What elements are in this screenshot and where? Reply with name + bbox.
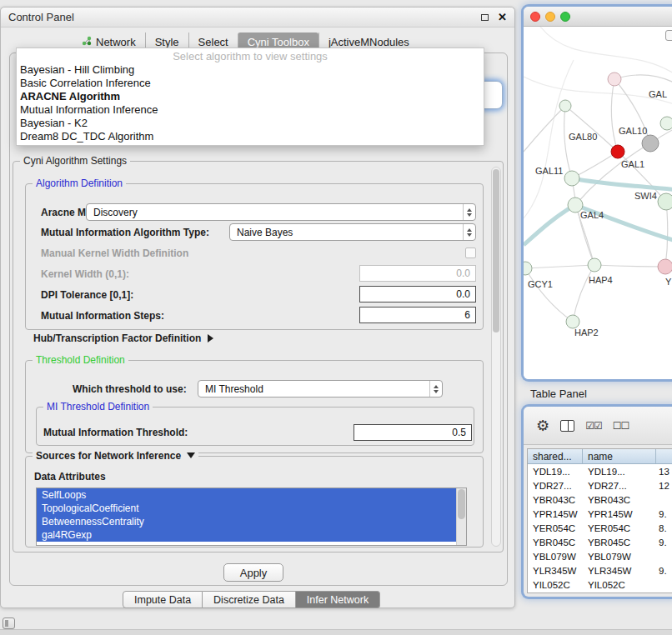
table-row[interactable]: YPR145WYPR145W9. — [528, 507, 672, 521]
attribute-item-selected[interactable]: TopologicalCoefficient — [37, 502, 456, 515]
table-cell: YDL19... — [528, 467, 583, 477]
algorithm-option[interactable]: Basic Correlation Inference — [17, 77, 484, 90]
mi-type-dropdown[interactable]: Naive Bayes — [229, 223, 476, 241]
network-node[interactable] — [566, 315, 579, 328]
node-label: GAL80 — [569, 132, 597, 142]
table-cell: 9. — [656, 509, 672, 519]
table-cell: YPR145W — [583, 509, 656, 519]
node-label: HAP4 — [589, 275, 613, 285]
dpi-tolerance-field[interactable]: 0.0 — [359, 286, 476, 302]
sources-toggle[interactable]: Sources for Network Inference — [33, 450, 198, 462]
table-row[interactable]: YBR043CYBR043C — [528, 492, 672, 507]
network-node[interactable] — [524, 262, 532, 275]
algorithm-option[interactable]: Bayesian - Hill Climbing — [17, 63, 484, 77]
network-view-window: GALGAL80GAL10GAL11GAL1SWI4GAL4GCY1HAP4HA… — [524, 7, 672, 379]
collapsed-panel-icon[interactable] — [3, 618, 15, 629]
network-node[interactable] — [660, 117, 672, 130]
table-cell: YLR345W — [583, 566, 656, 576]
select-all-icon[interactable]: ☑☑ — [585, 421, 602, 431]
table-cell: YPR145W — [528, 509, 583, 519]
bottom-tab-discretize-data[interactable]: Discretize Data — [203, 591, 296, 608]
algorithm-option[interactable]: ARACNE Algorithm — [17, 90, 484, 103]
mi-steps-field[interactable]: 6 — [359, 307, 476, 323]
birdseye-view-icon[interactable] — [665, 30, 672, 41]
which-threshold-value: MI Threshold — [205, 383, 263, 395]
manual-kernel-label: Manual Kernel Width Definition — [41, 248, 188, 260]
scrollbar-thumb[interactable] — [493, 169, 499, 332]
stepper-arrows-icon — [463, 224, 475, 240]
network-edge — [564, 106, 572, 178]
table-cell: YBL079W — [528, 552, 583, 562]
apply-button[interactable]: Apply — [223, 563, 283, 582]
algorithm-option[interactable]: Bayesian - K2 — [17, 117, 484, 130]
hub-definition-toggle[interactable]: Hub/Transcription Factor Definition — [33, 332, 213, 345]
close-traffic-icon[interactable] — [530, 12, 540, 22]
network-node[interactable] — [642, 135, 659, 152]
algorithm-option[interactable]: Mutual Information Inference — [17, 103, 484, 117]
table-row[interactable]: YLR345WYLR345W9. — [528, 563, 672, 578]
mi-threshold-label: Mutual Information Threshold: — [43, 427, 188, 439]
algorithm-option[interactable]: Dream8 DC_TDC Algorithm — [17, 130, 484, 143]
table-row[interactable]: YDR27...YDR27...12 — [528, 478, 672, 492]
deselect-all-icon[interactable]: ☐☐ — [613, 421, 629, 431]
table-cell: 13 — [656, 467, 672, 477]
attributes-scrollbar[interactable] — [456, 488, 466, 545]
network-canvas[interactable]: GALGAL80GAL10GAL11GAL1SWI4GAL4GCY1HAP4HA… — [524, 27, 672, 379]
network-edge — [565, 106, 618, 152]
close-icon[interactable]: ✕ — [498, 12, 507, 22]
network-edge — [525, 268, 573, 322]
which-threshold-dropdown[interactable]: MI Threshold — [198, 380, 443, 398]
network-node[interactable] — [658, 193, 672, 210]
mi-threshold-field[interactable]: 0.5 — [354, 424, 472, 441]
network-node[interactable] — [588, 258, 601, 272]
control-panel-titlebar: Control Panel ✕ — [1, 8, 514, 28]
network-node[interactable] — [608, 72, 621, 86]
kernel-width-field: 0.0 — [359, 265, 476, 282]
table-cell: YIL052C — [583, 580, 656, 590]
table-row[interactable]: YBL079WYBL079W — [528, 549, 672, 563]
aracne-mode-dropdown[interactable]: Discovery — [86, 203, 476, 221]
table-panel-title: Table Panel — [530, 388, 587, 400]
network-node[interactable] — [564, 171, 579, 186]
table-row[interactable]: YDL19...YDL19...13 — [528, 464, 672, 478]
attribute-item-selected[interactable]: BetweennessCentrality — [37, 515, 456, 528]
attribute-item-selected[interactable]: gal4RGexp — [37, 528, 456, 542]
network-window-titlebar — [524, 7, 672, 27]
collapse-down-icon — [187, 452, 195, 458]
hub-definition-label: Hub/Transcription Factor Definition — [33, 332, 201, 344]
minimize-traffic-icon[interactable] — [545, 12, 555, 22]
data-attributes-list[interactable]: SelfLoopsTopologicalCoefficientBetweenne… — [36, 488, 467, 546]
bottom-tab-infer-network[interactable]: Infer Network — [296, 591, 380, 608]
bottom-tab-impute-data[interactable]: Impute Data — [123, 591, 203, 608]
zoom-traffic-icon[interactable] — [560, 12, 570, 22]
network-icon — [82, 36, 92, 48]
table-row[interactable]: YIL052CYIL052C — [528, 578, 672, 592]
column-header[interactable]: name — [583, 449, 656, 463]
node-label: GCY1 — [528, 279, 553, 289]
network-node[interactable] — [611, 145, 624, 158]
network-node[interactable] — [559, 100, 571, 112]
table-row[interactable]: YBR045CYBR045C9. — [528, 535, 672, 549]
data-attributes-label: Data Attributes — [34, 471, 106, 483]
table-cell: YER054C — [528, 523, 583, 533]
column-header[interactable] — [656, 449, 672, 463]
float-window-icon[interactable] — [481, 14, 489, 21]
aracne-mode-value: Discovery — [93, 207, 138, 218]
table-toolbar: ⚙ ☑☑ ☐☐ — [524, 407, 672, 445]
threshold-definition-group: Threshold Definition Which threshold to … — [25, 360, 484, 453]
node-label: GAL10 — [619, 126, 647, 136]
column-header[interactable]: shared... — [528, 449, 583, 463]
network-node[interactable] — [658, 259, 672, 274]
table-row[interactable]: YER054CYER054C8. — [528, 521, 672, 535]
node-label: GAL4 — [580, 210, 604, 220]
table-cell: YBR043C — [528, 495, 583, 505]
table-cell: 8. — [656, 523, 672, 533]
tab-label: Cyni Toolbox — [248, 36, 309, 48]
node-label: GAL1 — [621, 159, 644, 169]
attribute-item-selected[interactable]: SelfLoops — [37, 488, 456, 502]
scrollbar-thumb[interactable] — [458, 489, 465, 519]
desktop: Control Panel ✕ NetworkStyleSelectCyni T… — [0, 0, 672, 635]
column-layout-icon[interactable] — [560, 420, 574, 432]
settings-gear-icon[interactable]: ⚙ — [536, 418, 549, 433]
settings-scrollbar[interactable] — [491, 167, 501, 547]
